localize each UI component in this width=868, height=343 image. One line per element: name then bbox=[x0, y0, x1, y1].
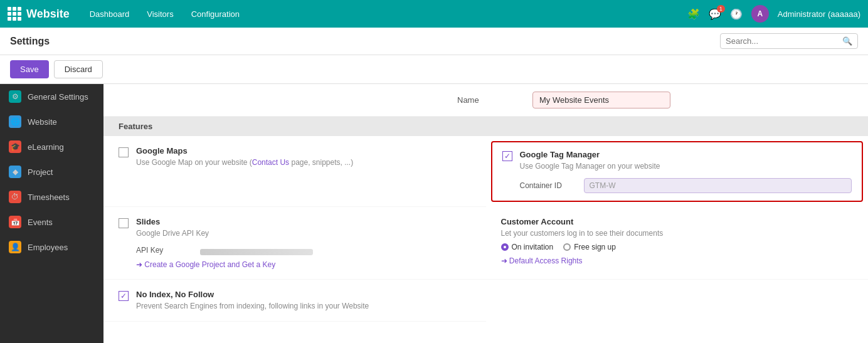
no-index-title: No Index, No Follow bbox=[136, 290, 471, 299]
settings-title: Settings bbox=[10, 36, 720, 47]
create-project-link[interactable]: Create a Google Project and Get a Key bbox=[136, 260, 471, 269]
no-index-checkbox[interactable] bbox=[119, 291, 129, 301]
feature-no-index: No Index, No Follow Prevent Search Engin… bbox=[103, 280, 486, 322]
settings-header: Settings 🔍 bbox=[0, 28, 868, 55]
sidebar-item-project[interactable]: ◆ Project bbox=[0, 159, 103, 184]
radio-free-signup-label: Free sign up bbox=[574, 243, 616, 251]
top-nav-right: 🧩 💬 1 🕐 A Administrator (aaaaaa) bbox=[687, 5, 860, 23]
top-navigation: Website Dashboard Visitors Configuration… bbox=[0, 0, 868, 28]
radio-free-signup-dot bbox=[563, 243, 571, 251]
puzzle-icon[interactable]: 🧩 bbox=[687, 8, 700, 20]
app-name: Website bbox=[26, 8, 70, 21]
radio-free-signup[interactable]: Free sign up bbox=[563, 243, 616, 251]
feature-customer-account: Customer Account Let your customers log … bbox=[486, 207, 869, 280]
container-id-label: Container ID bbox=[520, 181, 576, 190]
sidebar: ⚙ General Settings 🌐 Website 🎓 eLearning… bbox=[0, 84, 103, 343]
chat-icon[interactable]: 💬 1 bbox=[709, 8, 721, 20]
sidebar-item-elearning[interactable]: 🎓 eLearning bbox=[0, 134, 103, 159]
employees-icon: 👤 bbox=[9, 241, 21, 253]
user-name[interactable]: Administrator (aaaaaa) bbox=[778, 9, 860, 19]
grid-icon bbox=[8, 7, 21, 21]
sidebar-item-events[interactable]: 📅 Events bbox=[0, 209, 103, 235]
radio-on-invitation[interactable]: On invitation bbox=[501, 243, 554, 251]
nav-configuration[interactable]: Configuration bbox=[184, 6, 247, 23]
radio-on-invitation-dot bbox=[501, 243, 509, 251]
search-input[interactable] bbox=[726, 36, 842, 46]
google-maps-title: Google Maps bbox=[136, 146, 471, 156]
contact-us-link[interactable]: Contact Us bbox=[252, 158, 289, 167]
no-index-desc: Prevent Search Engines from indexing, fo… bbox=[136, 301, 471, 312]
slides-title: Slides bbox=[136, 217, 471, 226]
events-icon: 📅 bbox=[9, 216, 21, 228]
nav-links: Dashboard Visitors Configuration bbox=[82, 6, 687, 23]
nav-dashboard[interactable]: Dashboard bbox=[82, 6, 137, 23]
google-tag-manager-desc: Use Google Tag Manager on your website bbox=[520, 161, 852, 172]
sidebar-label-events: Events bbox=[28, 218, 53, 227]
sidebar-label-elearning: eLearning bbox=[28, 142, 64, 152]
chat-badge: 1 bbox=[717, 5, 725, 13]
search-icon: 🔍 bbox=[842, 36, 852, 46]
website-icon: 🌐 bbox=[9, 115, 21, 128]
timesheets-icon: ⏱ bbox=[9, 191, 21, 203]
name-input[interactable] bbox=[532, 92, 670, 108]
sidebar-item-website[interactable]: 🌐 Website bbox=[0, 109, 103, 134]
default-access-rights-link[interactable]: Default Access Rights bbox=[501, 256, 854, 265]
app-logo[interactable]: Website bbox=[8, 7, 70, 21]
google-tag-manager-checkbox[interactable] bbox=[502, 151, 512, 161]
sidebar-item-employees[interactable]: 👤 Employees bbox=[0, 235, 103, 260]
content-area: Name Features Google Maps Use Google Map… bbox=[103, 84, 868, 343]
container-id-row: Container ID bbox=[520, 178, 852, 193]
discard-button[interactable]: Discard bbox=[54, 60, 103, 78]
feature-google-tag-manager: Google Tag Manager Use Google Tag Manage… bbox=[491, 141, 864, 202]
features-grid: Google Maps Use Google Map on your websi… bbox=[103, 136, 868, 322]
api-key-label: API Key bbox=[136, 246, 193, 255]
sidebar-label-timesheets: Timesheets bbox=[28, 193, 70, 202]
customer-account-title: Customer Account bbox=[501, 217, 854, 226]
nav-visitors[interactable]: Visitors bbox=[139, 6, 181, 23]
slides-desc: Google Drive API Key bbox=[136, 228, 471, 239]
user-avatar[interactable]: A bbox=[751, 5, 769, 23]
search-box[interactable]: 🔍 bbox=[720, 33, 858, 49]
sidebar-label-website: Website bbox=[28, 117, 57, 127]
sidebar-label-employees: Employees bbox=[28, 243, 68, 252]
features-title: Features bbox=[119, 122, 152, 131]
name-row: Name bbox=[103, 84, 868, 117]
features-header: Features bbox=[103, 117, 868, 136]
feature-google-maps: Google Maps Use Google Map on your websi… bbox=[103, 136, 486, 207]
sidebar-label-project: Project bbox=[28, 167, 53, 177]
sidebar-item-timesheets[interactable]: ⏱ Timesheets bbox=[0, 184, 103, 209]
elearning-icon: 🎓 bbox=[9, 140, 21, 153]
action-bar: Save Discard bbox=[0, 55, 868, 84]
sidebar-item-general-settings[interactable]: ⚙ General Settings bbox=[0, 84, 103, 109]
google-maps-checkbox[interactable] bbox=[119, 147, 129, 157]
feature-slides: Slides Google Drive API Key API Key Crea… bbox=[103, 207, 486, 280]
clock-icon[interactable]: 🕐 bbox=[730, 8, 743, 20]
sidebar-label-general-settings: General Settings bbox=[28, 92, 88, 102]
google-tag-manager-title: Google Tag Manager bbox=[520, 150, 852, 159]
customer-account-radio-group: On invitation Free sign up bbox=[501, 243, 854, 251]
customer-account-desc: Let your customers log in to see their d… bbox=[501, 228, 854, 239]
name-label: Name bbox=[457, 95, 532, 105]
main-layout: ⚙ General Settings 🌐 Website 🎓 eLearning… bbox=[0, 84, 868, 343]
save-button[interactable]: Save bbox=[10, 60, 49, 78]
project-icon: ◆ bbox=[9, 166, 21, 178]
api-key-bar bbox=[200, 249, 313, 255]
google-maps-desc: Use Google Map on your website (Contact … bbox=[136, 157, 471, 168]
api-key-row: API Key bbox=[136, 245, 471, 255]
slides-checkbox[interactable] bbox=[119, 218, 129, 228]
radio-on-invitation-label: On invitation bbox=[512, 243, 554, 251]
general-settings-icon: ⚙ bbox=[9, 90, 21, 103]
container-id-input[interactable] bbox=[584, 178, 852, 193]
